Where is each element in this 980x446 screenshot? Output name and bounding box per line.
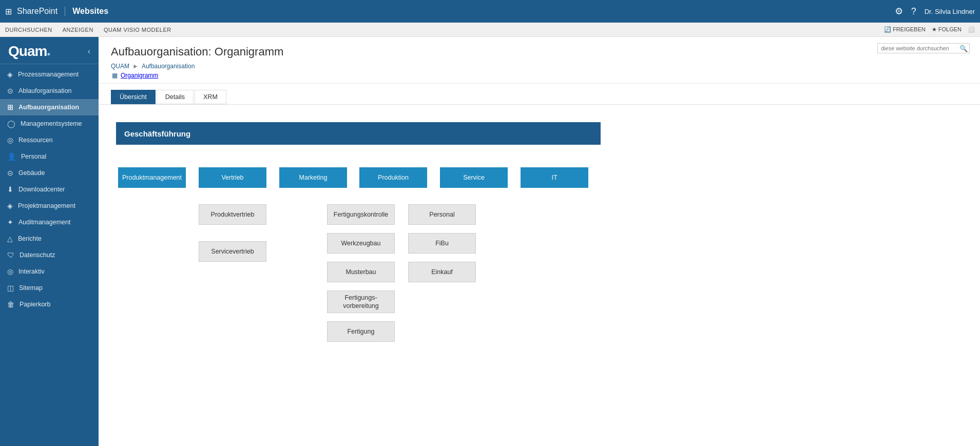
websites-label: Websites [72,7,108,16]
content-header: Aufbauorganisation: Organigramm QUAM ► A… [99,37,980,84]
top-header: ⊞ SharePoint Websites ⚙ ? Dr. Silvia Lin… [0,0,980,23]
tab-xrm[interactable]: XRM [195,90,226,104]
sidebar-label: Auditmanagement [18,219,70,226]
sidebar-item-berichte[interactable]: △ Berichte [0,230,99,247]
breadcrumb-aufbauorganisation[interactable]: Aufbauorganisation [142,63,195,70]
menu-durchsuchen[interactable]: DURCHSUCHEN [5,27,52,33]
sidebar-collapse-button[interactable]: ‹ [88,47,90,56]
tab-details[interactable]: Details [157,90,194,104]
sidebar-item-downloadcenter[interactable]: ⬇ Downloadcenter [0,181,99,198]
ablauforganisation-icon: ⊝ [7,87,13,95]
prozessmanagement-icon: ◈ [7,70,13,79]
org-root-box[interactable]: Geschäftsführung [116,122,601,145]
help-icon[interactable]: ? [911,6,916,17]
papierkorb-icon: 🗑 [7,300,14,308]
logo: Quam● [8,43,50,60]
freigeben-button[interactable]: 🔄 FREIGEBEN [884,26,926,33]
org-icon: ▦ [112,72,118,79]
sharepoint-label: SharePoint [17,7,65,16]
search-wrap: 🔍 [877,43,970,53]
sidebar-item-personal[interactable]: 👤 Personal [0,148,99,165]
sidebar-item-ressourcen[interactable]: ◎ Ressourcen [0,132,99,148]
datenschutz-icon: 🛡 [7,251,14,259]
sidebar-item-aufbauorganisation[interactable]: ⊞ Aufbauorganisation [0,99,99,115]
search-button[interactable]: 🔍 [959,45,968,52]
aufbauorganisation-icon: ⊞ [7,103,13,111]
sidebar-label: Papierkorb [20,301,50,308]
sidebar-item-gebaeude[interactable]: ⊝ Gebäude [0,165,99,181]
org-chart-area: Geschäftsführung [99,105,980,446]
tab-ubersicht[interactable]: Übersicht [111,90,156,104]
sidebar-label: Ablauforganisation [18,87,72,94]
grid-icon[interactable]: ⊞ [5,7,12,16]
sidebar-label: Aufbauorganisation [18,104,79,111]
tabs-bar: Übersicht Details XRM [99,84,980,105]
sidebar-label: Managementsysteme [21,120,82,127]
sidebar-item-sitemap[interactable]: ◫ Sitemap [0,280,99,296]
projektmanagement-icon: ◈ [7,202,13,210]
breadcrumb-organigramm[interactable]: Organigramm [121,72,158,79]
auditmanagement-icon: ✦ [7,218,13,226]
interaktiv-icon: ◎ [7,267,13,276]
org-musterbau[interactable]: Musterbau [327,262,395,282]
sidebar-nav: ◈ Prozessmanagement ⊝ Ablauforganisation… [0,64,99,446]
menu-anzeigen[interactable]: ANZEIGEN [63,27,93,33]
sidebar-label: Sitemap [19,284,43,292]
org-einkauf[interactable]: Einkauf [408,262,476,282]
org-fertigungsvorbereitung[interactable]: Fertigungs-vorbereitung [327,290,395,313]
ressourcen-icon: ◎ [7,136,13,144]
org-chart-relative: Produktmanagement Vertrieb Produktvertri… [116,145,609,393]
sitemap-icon: ◫ [7,284,14,292]
managementsysteme-icon: ◯ [7,120,15,128]
org-werkzeugbau[interactable]: Werkzeugbau [327,233,395,254]
expand-button[interactable]: ⬜ [968,26,975,33]
org-personal[interactable]: Personal [408,204,476,225]
top-header-right: ⚙ ? Dr. Silvia Lindner [895,6,975,17]
org-service[interactable]: Service [440,167,508,188]
downloadcenter-icon: ⬇ [7,185,13,193]
sidebar-logo: Quam● ‹ [0,37,99,64]
org-produktmanagement[interactable]: Produktmanagement [118,167,186,188]
org-servicevertrieb[interactable]: Servicevertrieb [199,241,266,262]
menu-quam-visio[interactable]: QUAM VISIO MODELER [104,27,171,33]
logo-dot: ● [47,50,50,57]
sidebar-item-papierkorb[interactable]: 🗑 Papierkorb [0,296,99,313]
menu-bar: DURCHSUCHEN ANZEIGEN QUAM VISIO MODELER … [0,23,980,37]
breadcrumb: QUAM ► Aufbauorganisation [111,63,968,70]
sidebar-item-projektmanagement[interactable]: ◈ Projektmanagement [0,198,99,214]
org-it[interactable]: IT [521,167,588,188]
settings-icon[interactable]: ⚙ [895,6,903,17]
org-fibu[interactable]: FiBu [408,233,476,254]
sidebar-item-auditmanagement[interactable]: ✦ Auditmanagement [0,214,99,230]
menu-bar-actions: 🔄 FREIGEBEN ★ FOLGEN ⬜ [884,26,975,33]
sidebar-label: Gebäude [18,169,45,177]
page-title: Aufbauorganisation: Organigramm [111,45,968,59]
sidebar-item-managementsysteme[interactable]: ◯ Managementsysteme [0,115,99,132]
org-vertrieb[interactable]: Vertrieb [199,167,266,188]
sidebar: Quam● ‹ ◈ Prozessmanagement ⊝ Ablauforga… [0,37,99,446]
org-fertigung[interactable]: Fertigung [327,321,395,342]
search-input[interactable] [877,43,970,53]
main-layout: Quam● ‹ ◈ Prozessmanagement ⊝ Ablauforga… [0,37,980,446]
personal-icon: 👤 [7,152,16,161]
sidebar-label: Berichte [18,235,42,242]
org-produktion[interactable]: Produktion [359,167,427,188]
sidebar-label: Prozessmanagement [18,71,79,78]
sidebar-item-prozessmanagement[interactable]: ◈ Prozessmanagement [0,66,99,83]
sidebar-label: Datenschutz [20,251,55,259]
sidebar-label: Projektmanagement [18,202,75,209]
user-name[interactable]: Dr. Silvia Lindner [925,8,975,15]
sidebar-item-interaktiv[interactable]: ◎ Interaktiv [0,263,99,280]
sidebar-item-ablauforganisation[interactable]: ⊝ Ablauforganisation [0,83,99,99]
folgen-button[interactable]: ★ FOLGEN [932,26,962,33]
search-container: 🔍 [877,43,970,53]
sidebar-label: Personal [21,153,46,160]
sidebar-label: Downloadcenter [18,186,65,193]
breadcrumb-quam[interactable]: QUAM [111,63,129,70]
org-wrapper: Geschäftsführung [111,117,968,398]
org-produktvertrieb[interactable]: Produktvertrieb [199,204,266,225]
org-marketing[interactable]: Marketing [279,167,347,188]
sidebar-label: Interaktiv [18,268,45,275]
org-fertigungskontrolle[interactable]: Fertigungskontrolle [327,204,395,225]
sidebar-item-datenschutz[interactable]: 🛡 Datenschutz [0,247,99,263]
